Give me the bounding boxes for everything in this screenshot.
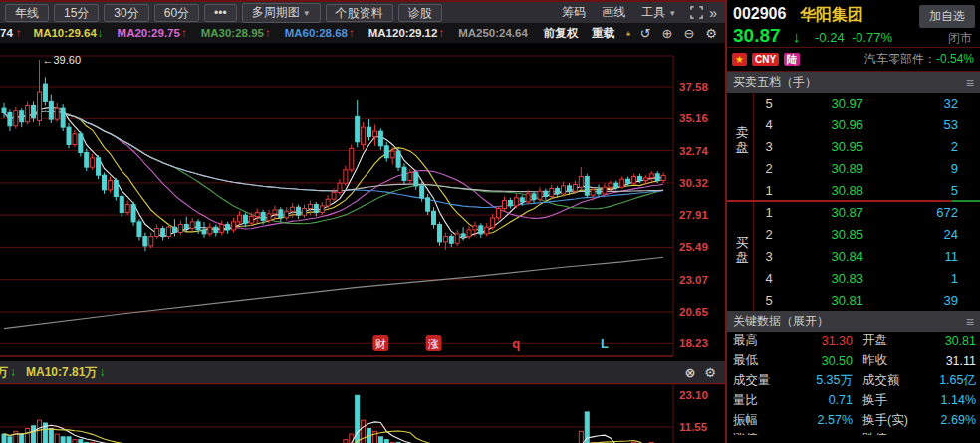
book-row[interactable]: 230.899 [754, 157, 980, 179]
ma-direction-arrow: ↑ [181, 27, 187, 39]
multi-period-dropdown[interactable]: 多周期图▼ [242, 3, 321, 23]
ma-values: MA10:29.64↓MA20:29.75↑MA30:28.95↑MA60:28… [24, 27, 530, 39]
key-label: 成交额 [862, 372, 926, 389]
sell-side-label: 卖盘 [735, 125, 749, 155]
book-row[interactable]: 430.9653 [754, 114, 980, 136]
pane-settings-gear-icon[interactable]: ⚙ [704, 365, 716, 380]
ma-value-5: MA250:24.64 [458, 27, 528, 39]
key-value: 30.81 [926, 334, 976, 348]
collapse-panel-icon[interactable]: » [709, 5, 717, 21]
zoom-out-icon[interactable]: ⊖ [683, 26, 694, 41]
book-level: 3 [754, 249, 784, 264]
book-row[interactable]: 430.831 [754, 267, 980, 289]
ma-direction-arrow: ↑ [438, 27, 444, 39]
price-axis-label: 32.74 [679, 145, 708, 157]
key-label: 跌停 [862, 431, 926, 435]
ma-line-20 [4, 111, 663, 229]
buy-rows: 130.87672230.8524330.8411430.831530.8139 [754, 202, 980, 311]
key-value: 34.22 [791, 433, 853, 435]
key-label: 最高 [733, 332, 791, 349]
key-value: 0.71 [791, 393, 853, 407]
down-arrow-icon: ↓ [99, 365, 105, 379]
quote-header: 002906 华阳集团 加自选 30.87 ↓ -0.24 -0.77% 闭市 [727, 0, 980, 48]
ma-indicator-bar: 74 ↑ MA10:29.64↓MA20:29.75↑MA30:28.95↑MA… [0, 23, 725, 43]
volume-chart[interactable]: 23.1011.55 [0, 383, 725, 443]
book-volume: 53 [863, 117, 958, 132]
key-label: 开盘 [862, 332, 926, 349]
tab-60min[interactable]: 60分 [154, 4, 199, 22]
book-level: 5 [754, 293, 784, 308]
book-row[interactable]: 130.87672 [754, 202, 980, 224]
order-book-header: 买卖五档（手） ≡ [727, 72, 980, 93]
key-label: 量比 [733, 392, 791, 409]
price-axis-label: 23.07 [679, 274, 708, 286]
key-label: 昨收 [862, 352, 926, 369]
key-label: 换手 [862, 392, 926, 409]
tab-30min[interactable]: 30分 [104, 4, 148, 22]
fullscreen-icon[interactable] [690, 6, 703, 19]
chevron-down-icon: ▼ [668, 9, 676, 18]
candlestick-chart[interactable]: ←39.60财涨qL37.5835.1632.7430.3227.9125.49… [0, 43, 725, 358]
book-row[interactable]: 330.8411 [754, 246, 980, 268]
lock-icon[interactable] [626, 27, 630, 40]
key-value: 1.65亿 [926, 372, 976, 389]
volume-ma-line-5 [4, 422, 663, 443]
key-data-row: 最低30.50昨收31.11 [727, 351, 980, 371]
close-pane-icon[interactable]: ⊗ [684, 365, 695, 380]
book-level: 2 [754, 227, 784, 242]
volume-ma-line-10 [4, 429, 663, 443]
book-volume: 24 [863, 227, 958, 242]
price-axis-label: 18.23 [679, 337, 708, 349]
hamburger-menu-icon[interactable]: ≡ [966, 314, 974, 330]
ma-direction-arrow: ↓ [98, 27, 104, 39]
undo-icon[interactable]: ↺ [640, 26, 651, 41]
book-row[interactable]: 230.8524 [754, 224, 980, 246]
key-label: 最低 [733, 352, 791, 369]
forward-adjust-button[interactable]: 前复权 [544, 26, 579, 41]
book-price: 30.89 [784, 161, 863, 176]
chips-button[interactable]: 筹码 [556, 3, 592, 22]
settings-gear-icon[interactable]: ⚙ [705, 26, 717, 41]
more-periods-button[interactable]: ••• [204, 4, 237, 22]
book-volume: 2 [863, 139, 958, 154]
volume-axis-label: 23.10 [679, 389, 708, 401]
book-row[interactable]: 530.8139 [754, 289, 980, 311]
volume-pane-header: 万 ↓ MA10:7.81万 ↓ ⊗ ⚙ [0, 361, 725, 383]
event-flag-char: 涨 [428, 338, 439, 350]
hamburger-menu-icon[interactable]: ≡ [966, 75, 974, 91]
reload-button[interactable]: 重载 [592, 26, 614, 41]
stock-info-button[interactable]: 个股资料 [326, 4, 393, 22]
event-flag-char: 财 [375, 338, 386, 350]
key-label: 涨停 [733, 431, 791, 435]
tab-15min[interactable]: 15分 [54, 4, 99, 22]
tab-yearline[interactable]: 年线 [5, 4, 49, 22]
ma-value-1: MA20:29.75↑ [118, 27, 189, 39]
book-level: 1 [754, 183, 784, 198]
zoom-in-icon[interactable]: ⊕ [662, 26, 673, 41]
key-value: 30.50 [791, 354, 853, 368]
key-value: 5.35万 [791, 372, 853, 389]
key-label: 换手(实) [862, 412, 926, 429]
diagnose-button[interactable]: 诊股 [398, 4, 442, 22]
book-row[interactable]: 330.952 [754, 136, 980, 158]
book-price: 30.83 [784, 271, 863, 286]
book-price: 30.97 [784, 96, 863, 111]
book-price: 30.96 [784, 117, 863, 132]
add-watchlist-button[interactable]: 加自选 [919, 5, 975, 28]
book-row[interactable]: 130.885 [754, 179, 980, 201]
book-row[interactable]: 530.9732 [754, 93, 980, 114]
book-price: 30.88 [784, 183, 863, 198]
tools-dropdown[interactable]: 工具▼ [635, 3, 682, 22]
sector-link[interactable]: 汽车零部件：-0.54% [864, 51, 980, 68]
key-value: 31.11 [926, 354, 976, 368]
multi-period-label: 多周期图 [252, 5, 300, 19]
volume-value-partial: 万 [0, 364, 8, 381]
ma-direction-arrow: ↑ [349, 27, 355, 39]
period-toolbar: 年线 15分 30分 60分 ••• 多周期图▼ 个股资料 诊股 筹码 画线 工… [0, 2, 725, 23]
drawline-button[interactable]: 画线 [596, 3, 631, 22]
sell-rows: 530.9732430.9653330.952230.899130.885 [754, 93, 980, 201]
book-price: 30.87 [784, 205, 863, 220]
buy-side-label: 买盘 [735, 235, 749, 265]
key-data-row: 最高31.30开盘30.81 [727, 332, 980, 351]
book-level: 4 [754, 271, 784, 286]
